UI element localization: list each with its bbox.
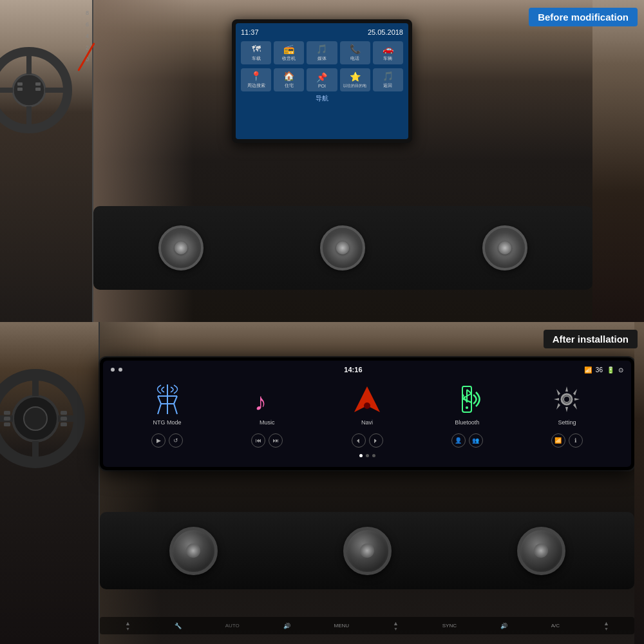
svg-rect-17 — [4, 411, 10, 415]
prev-btn[interactable]: ⏮ — [251, 433, 265, 448]
car-ctrl-up3[interactable]: ▲ ▼ — [603, 620, 609, 631]
old-icon-poi: 📌 POI — [307, 68, 337, 91]
page-dots — [111, 454, 623, 457]
android-icon: ⊙ — [618, 366, 623, 374]
battery-icon: 🔋 — [607, 366, 614, 374]
left-panel-bottom — [0, 322, 100, 644]
svg-rect-6 — [17, 82, 23, 86]
new-screen-time: 14:16 — [344, 366, 362, 374]
car-ctrl-ac[interactable]: A/C — [551, 623, 560, 629]
bluetooth-icon — [450, 381, 485, 417]
vent-right-bottom — [517, 527, 565, 575]
android-dots — [111, 368, 122, 372]
old-screen: 11:37 25.05.2018 🗺 车载 📻 收音机 — [232, 19, 412, 143]
car-ctrl-vol2[interactable]: 🔊 — [500, 623, 507, 629]
old-icon-home: 🏠 住宅 — [274, 68, 304, 91]
svg-rect-7 — [17, 88, 23, 91]
car-ctrl-menu[interactable]: MENU — [334, 623, 350, 629]
wifi-btn[interactable]: 📶 — [551, 433, 565, 448]
svg-line-35 — [467, 390, 471, 393]
music-icon: ♪ — [249, 381, 285, 417]
svg-rect-21 — [61, 417, 67, 421]
dot-1 — [111, 368, 115, 372]
car-ctrl-auto[interactable]: AUTO — [225, 623, 240, 629]
old-icon-navigation: 🗺 车载 — [241, 41, 271, 64]
old-icon-phone: 📞 电话 — [340, 41, 370, 64]
new-screen: 14:16 📶 36 🔋 ⊙ — [100, 357, 634, 470]
dot-2 — [118, 368, 122, 372]
battery-text: 36 — [596, 366, 603, 374]
car-ctrl-1[interactable]: ▲ ▼ — [125, 620, 131, 631]
user-btn[interactable]: 👤 — [451, 433, 466, 448]
before-section: Before modification — [0, 0, 644, 322]
ntg-mode-icon — [149, 381, 185, 417]
old-icon-nearby: 📍 周边搜索 — [241, 68, 271, 91]
ctrl-group-5: 📶 ℹ — [517, 433, 617, 448]
left-panel-top: 8 6 4 2 0 — [0, 0, 93, 322]
ctrl-group-4: 👤 👥 — [417, 433, 517, 448]
ctrl-group-1: ▶ ↺ — [117, 433, 217, 448]
svg-rect-8 — [35, 82, 41, 86]
vent-right-top — [482, 225, 527, 270]
old-screen-nav-label: 导航 — [241, 94, 403, 103]
contacts-btn[interactable]: 👥 — [469, 433, 483, 448]
page-dot-3 — [372, 454, 375, 457]
page-dot-2 — [366, 454, 369, 457]
car-bottom-controls: ▲ ▼ 🔧 AUTO 🔊 MENU ▲ ▼ — [100, 617, 634, 634]
car-ctrl-vol[interactable]: 🔊 — [283, 623, 290, 629]
page-dot-1 — [359, 454, 363, 457]
vent-left-top — [158, 225, 204, 270]
signal-icon: 📶 — [584, 366, 592, 374]
settings-label: Setting — [558, 419, 576, 426]
old-screen-grid-2: 📍 周边搜索 🏠 住宅 📌 POI — [241, 68, 403, 91]
old-screen-display: 11:37 25.05.2018 🗺 车载 📻 收音机 — [236, 23, 408, 139]
after-section: After installation — [0, 322, 644, 644]
car-ctrl-2[interactable]: 🔧 — [175, 623, 182, 629]
old-screen-time: 11:37 — [241, 28, 259, 36]
vent-housing-bottom — [100, 512, 634, 589]
svg-rect-20 — [61, 411, 67, 415]
fwd-btn[interactable]: ⏵ — [369, 433, 383, 448]
bluetooth-label: Bluetooth — [455, 419, 479, 426]
music-label: Music — [260, 419, 275, 426]
back-btn[interactable]: ⏴ — [352, 433, 366, 448]
svg-rect-19 — [4, 422, 10, 426]
app-settings[interactable]: Setting — [517, 381, 617, 426]
old-icon-radio: 📻 收音机 — [274, 41, 304, 64]
app-icons-row: NTG Mode ♪ Music — [111, 379, 623, 428]
ntg-label: NTG Mode — [153, 419, 182, 426]
old-screen-grid-1: 🗺 车载 📻 收音机 🎵 媒体 — [241, 41, 403, 64]
app-bluetooth[interactable]: Bluetooth — [417, 381, 517, 426]
vents-row-bottom — [100, 512, 634, 589]
play-btn[interactable]: ▶ — [151, 433, 166, 448]
svg-point-12 — [24, 407, 47, 430]
svg-point-33 — [466, 406, 468, 409]
ctrl-group-3: ⏴ ⏵ — [317, 433, 417, 448]
svg-point-32 — [364, 402, 370, 409]
app-navi[interactable]: Navi — [317, 381, 417, 426]
next-btn[interactable]: ⏭ — [269, 433, 283, 448]
vent-center-top — [320, 225, 365, 270]
steering-wheel-bottom — [0, 354, 93, 486]
after-label: After installation — [544, 330, 638, 348]
top-content: 8 6 4 2 0 11:37 25.05.2018 — [0, 0, 644, 322]
app-music[interactable]: ♪ Music — [217, 381, 317, 426]
app-ntg-mode[interactable]: NTG Mode — [117, 381, 217, 426]
svg-rect-9 — [35, 88, 41, 91]
old-screen-date: 25.05.2018 — [368, 28, 403, 36]
svg-line-29 — [174, 404, 177, 414]
car-ctrl-up2[interactable]: ▲ ▼ — [393, 620, 399, 631]
navi-label: Navi — [361, 419, 373, 426]
bottom-content: 14:16 📶 36 🔋 ⊙ — [0, 322, 644, 644]
ctrl-group-2: ⏮ ⏭ — [217, 433, 317, 448]
svg-line-26 — [158, 396, 161, 404]
old-screen-header: 11:37 25.05.2018 — [241, 28, 403, 36]
navi-icon — [350, 381, 385, 417]
svg-rect-18 — [4, 417, 10, 421]
settings-icon — [549, 381, 585, 417]
car-ctrl-sync[interactable]: SYNC — [442, 623, 457, 629]
svg-rect-22 — [61, 422, 67, 426]
replay-btn[interactable]: ↺ — [169, 433, 183, 448]
info-btn[interactable]: ℹ — [569, 433, 583, 448]
svg-text:♪: ♪ — [254, 388, 267, 415]
